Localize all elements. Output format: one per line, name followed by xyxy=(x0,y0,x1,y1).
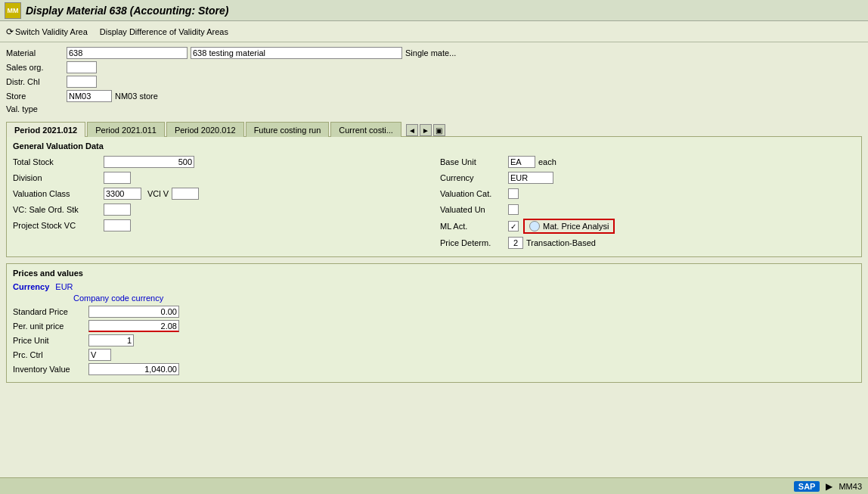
price-unit-input[interactable] xyxy=(88,334,134,346)
prc-ctrl-input[interactable] xyxy=(88,349,111,361)
switch-validity-icon: ⟳ xyxy=(6,26,14,37)
division-label: Division xyxy=(13,173,104,182)
search-icon xyxy=(529,221,540,231)
toolbar: ⟳ Switch Validity Area Display Differenc… xyxy=(0,21,868,42)
main-content: Material Single mate... Sales org. Distr… xyxy=(0,42,868,387)
vcl-row: VCl V xyxy=(104,188,199,200)
total-stock-input[interactable] xyxy=(104,156,194,168)
vcl-v-input[interactable] xyxy=(172,188,199,200)
transaction-code: MM43 xyxy=(839,482,862,491)
standard-price-input[interactable] xyxy=(88,306,179,318)
price-determ-label: Price Determ. xyxy=(440,238,508,247)
tab-prev-btn[interactable]: ◄ xyxy=(406,124,418,136)
division-row: Division xyxy=(13,171,428,185)
general-valuation-grid: Total Stock Division Valuation Class VCl… xyxy=(13,155,855,252)
valuation-cat-row: Valuation Cat. xyxy=(440,187,855,200)
prices-currency-label: Currency xyxy=(13,282,49,291)
inventory-value-row: Inventory Value xyxy=(13,363,855,375)
material-row: Material Single mate... xyxy=(6,47,862,59)
prices-section-title: Prices and values xyxy=(13,269,855,278)
per-unit-price-label: Per. unit price xyxy=(13,322,88,331)
price-determ-input[interactable] xyxy=(508,237,523,249)
store-row: Store NM03 store xyxy=(6,90,862,102)
valuated-un-checkbox[interactable] xyxy=(508,204,519,215)
base-unit-input[interactable] xyxy=(508,156,535,168)
base-unit-row: Base Unit each xyxy=(440,155,855,169)
vc-sale-ord-row: VC: Sale Ord. Stk xyxy=(13,203,428,216)
per-unit-price-input[interactable] xyxy=(88,320,179,332)
switch-validity-btn[interactable]: ⟳ Switch Validity Area xyxy=(6,26,88,37)
nav-arrow[interactable]: ▶ xyxy=(826,481,832,492)
division-input[interactable] xyxy=(104,172,131,184)
tab-period-2020-012[interactable]: Period 2020.012 xyxy=(166,122,244,137)
tab-period-2021-011[interactable]: Period 2021.011 xyxy=(87,122,165,137)
prc-ctrl-label: Prc. Ctrl xyxy=(13,350,88,359)
company-code-row: Company code currency xyxy=(73,294,855,303)
prices-currency-value: EUR xyxy=(55,282,73,291)
vcl-v-label: VCl V xyxy=(147,189,169,198)
tab-expand-btn[interactable]: ▣ xyxy=(433,124,445,136)
material-label: Material xyxy=(6,48,67,57)
standard-price-row: Standard Price xyxy=(13,306,855,318)
valuation-class-row: Valuation Class VCl V xyxy=(13,187,428,200)
ml-act-row: ML Act. Mat. Price Analysi xyxy=(440,219,855,234)
valuation-cat-label: Valuation Cat. xyxy=(440,189,508,198)
tabs-container: Period 2021.012 Period 2021.011 Period 2… xyxy=(6,121,862,136)
general-valuation-title: General Valuation Data xyxy=(13,141,855,151)
vc-sale-ord-label: VC: Sale Ord. Stk xyxy=(13,205,104,214)
project-stock-input[interactable] xyxy=(104,219,131,231)
mat-price-analysis-btn[interactable]: Mat. Price Analysi xyxy=(523,219,615,234)
app-icon: MM xyxy=(5,2,21,19)
price-determ-text: Transaction-Based xyxy=(526,238,596,247)
store-desc: NM03 store xyxy=(115,92,158,101)
sales-org-row: Sales org. xyxy=(6,61,862,73)
gen-val-left: Total Stock Division Valuation Class VCl… xyxy=(13,155,428,252)
project-stock-row: Project Stock VC xyxy=(13,219,428,232)
tab-current-costing[interactable]: Current costi... xyxy=(330,122,401,137)
distr-chl-label: Distr. Chl xyxy=(6,77,67,86)
material-header: Material Single mate... Sales org. Distr… xyxy=(6,47,862,113)
general-valuation-section: General Valuation Data Total Stock Divis… xyxy=(6,136,862,257)
tab-next-btn[interactable]: ► xyxy=(420,124,432,136)
valuation-class-label: Valuation Class xyxy=(13,189,104,198)
sales-org-input[interactable] xyxy=(67,61,97,73)
store-input[interactable] xyxy=(67,90,112,102)
currency-input[interactable] xyxy=(508,172,553,184)
distr-chl-input[interactable] xyxy=(67,76,97,88)
prc-ctrl-row: Prc. Ctrl xyxy=(13,349,855,361)
standard-price-label: Standard Price xyxy=(13,307,88,316)
ml-act-label: ML Act. xyxy=(440,222,508,231)
currency-row: Currency xyxy=(440,171,855,185)
per-unit-price-row: Per. unit price xyxy=(13,320,855,332)
price-unit-label: Price Unit xyxy=(13,336,88,345)
valuation-cat-checkbox[interactable] xyxy=(508,188,519,199)
distr-chl-row: Distr. Chl xyxy=(6,76,862,88)
display-difference-btn[interactable]: Display Difference of Validity Areas xyxy=(100,27,228,36)
total-stock-label: Total Stock xyxy=(13,157,104,166)
val-type-label: Val. type xyxy=(6,104,67,113)
vc-sale-ord-input[interactable] xyxy=(104,204,131,216)
price-determ-row: Price Determ. Transaction-Based xyxy=(440,236,855,250)
currency-prices-row: Currency EUR xyxy=(13,282,855,291)
valuation-class-input[interactable] xyxy=(104,188,141,200)
gen-val-right: Base Unit each Currency Valuation Cat. V… xyxy=(440,155,855,252)
tab-period-2021-012[interactable]: Period 2021.012 xyxy=(6,122,85,137)
ml-act-checkbox[interactable] xyxy=(508,221,519,231)
material-input[interactable] xyxy=(67,47,188,59)
prices-section: Prices and values Currency EUR Company c… xyxy=(6,263,862,383)
inventory-value-input[interactable] xyxy=(88,363,179,375)
price-unit-row: Price Unit xyxy=(13,334,855,346)
material-desc-input[interactable] xyxy=(191,47,402,59)
store-label: Store xyxy=(6,92,67,101)
inventory-value-label: Inventory Value xyxy=(13,365,88,374)
base-unit-label: Base Unit xyxy=(440,157,508,166)
tab-future-costing[interactable]: Future costing run xyxy=(246,122,330,137)
sales-org-label: Sales org. xyxy=(6,63,67,72)
valuated-un-label: Valuated Un xyxy=(440,205,508,214)
window-title: Display Material 638 (Accounting: Store) xyxy=(26,5,228,17)
val-type-row: Val. type xyxy=(6,104,862,113)
total-stock-row: Total Stock xyxy=(13,155,428,169)
company-code-text: Company code currency xyxy=(73,294,163,303)
valuated-un-row: Valuated Un xyxy=(440,203,855,216)
title-bar: MM Display Material 638 (Accounting: Sto… xyxy=(0,0,868,21)
